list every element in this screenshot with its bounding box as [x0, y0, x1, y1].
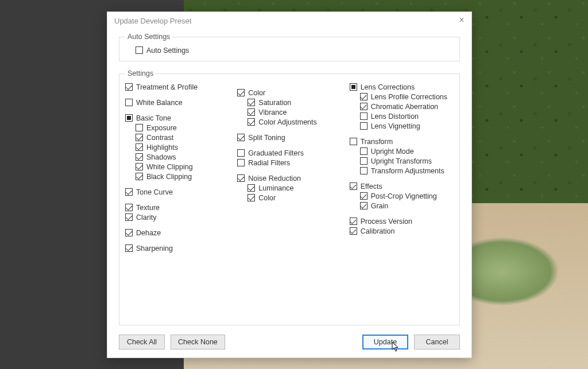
checkbox-label: Tone Curve — [136, 188, 173, 196]
checkbox-icon — [350, 227, 357, 235]
grain-checkbox[interactable]: Grain — [350, 201, 454, 211]
radial-filters-checkbox[interactable]: Radial Filters — [237, 158, 341, 168]
checkbox-label: Contrast — [146, 134, 173, 142]
transform-checkbox[interactable]: Transform — [350, 137, 454, 146]
checkbox-label: Black Clipping — [146, 173, 192, 181]
texture-checkbox[interactable]: Texture — [125, 203, 229, 212]
exposure-checkbox[interactable]: Exposure — [125, 123, 229, 133]
checkbox-mixed-icon — [350, 83, 357, 91]
checkbox-icon — [360, 192, 368, 200]
checkbox-icon — [136, 134, 143, 141]
shadows-checkbox[interactable]: Shadows — [125, 152, 229, 162]
transform-adjustments-checkbox[interactable]: Transform Adjustments — [350, 166, 454, 176]
checkbox-label: Treatment & Profile — [136, 83, 198, 91]
cancel-button[interactable]: Cancel — [414, 335, 460, 349]
settings-group: Settings Treatment & Profile White Balan… — [119, 69, 460, 325]
settings-col-3: Lens Corrections Lens Profile Correction… — [350, 82, 454, 253]
checkbox-label: Luminance — [258, 184, 293, 192]
process-version-checkbox[interactable]: Process Version — [350, 216, 454, 226]
saturation-checkbox[interactable]: Saturation — [237, 98, 341, 107]
checkbox-icon — [125, 229, 133, 236]
treatment-profile-checkbox[interactable]: Treatment & Profile — [125, 82, 229, 92]
checkbox-icon — [360, 112, 368, 120]
checkbox-label: Transform Adjustments — [371, 167, 444, 175]
checkbox-icon — [247, 99, 255, 106]
checkbox-label: Radial Filters — [248, 159, 290, 167]
checkbox-label: Effects — [361, 182, 382, 191]
highlights-checkbox[interactable]: Highlights — [125, 142, 229, 152]
black-clipping-checkbox[interactable]: Black Clipping — [125, 172, 229, 181]
checkbox-icon — [360, 93, 368, 100]
post-crop-vignetting-checkbox[interactable]: Post-Crop Vignetting — [350, 191, 454, 201]
checkbox-icon — [247, 184, 255, 192]
checkbox-label: Lens Profile Corrections — [371, 93, 447, 101]
white-balance-checkbox[interactable]: White Balance — [125, 98, 229, 107]
checkbox-icon — [136, 173, 143, 180]
checkbox-label: Chromatic Aberration — [371, 103, 438, 111]
luminance-checkbox[interactable]: Luminance — [237, 183, 341, 193]
graduated-filters-checkbox[interactable]: Graduated Filters — [237, 148, 341, 158]
lens-corrections-checkbox[interactable]: Lens Corrections — [350, 82, 454, 92]
calibration-checkbox[interactable]: Calibration — [350, 226, 454, 236]
check-all-button[interactable]: Check All — [119, 335, 165, 349]
upright-mode-checkbox[interactable]: Upright Mode — [350, 146, 454, 156]
checkbox-label: Sharpening — [136, 244, 173, 253]
basic-tone-checkbox[interactable]: Basic Tone — [125, 113, 229, 123]
checkbox-icon — [360, 157, 368, 165]
checkbox-label: Upright Mode — [371, 147, 414, 156]
checkbox-label: Lens Corrections — [361, 83, 415, 91]
chromatic-aberration-checkbox[interactable]: Chromatic Aberration — [350, 102, 454, 111]
effects-checkbox[interactable]: Effects — [350, 181, 454, 191]
tone-curve-checkbox[interactable]: Tone Curve — [125, 187, 229, 197]
checkbox-label: Color — [248, 89, 265, 97]
color-adjustments-checkbox[interactable]: Color Adjustments — [237, 117, 341, 127]
checkbox-label: Texture — [136, 204, 160, 212]
sharpening-checkbox[interactable]: Sharpening — [125, 243, 229, 253]
upright-transforms-checkbox[interactable]: Upright Transforms — [350, 156, 454, 166]
lens-vignetting-checkbox[interactable]: Lens Vignetting — [350, 121, 454, 131]
contrast-checkbox[interactable]: Contrast — [125, 133, 229, 142]
white-clipping-checkbox[interactable]: White Clipping — [125, 162, 229, 172]
nr-color-checkbox[interactable]: Color — [237, 193, 341, 203]
checkbox-icon — [237, 174, 245, 182]
close-icon[interactable]: × — [457, 15, 467, 26]
vibrance-checkbox[interactable]: Vibrance — [237, 107, 341, 117]
checkbox-icon — [136, 153, 143, 161]
color-checkbox[interactable]: Color — [237, 88, 341, 98]
checkbox-icon — [136, 46, 143, 54]
update-button[interactable]: Update — [362, 335, 408, 349]
checkbox-label: Split Toning — [248, 134, 285, 142]
dehaze-checkbox[interactable]: Dehaze — [125, 228, 229, 238]
checkbox-label: Basic Tone — [136, 114, 171, 122]
checkbox-icon — [125, 188, 133, 196]
checkbox-icon — [125, 83, 133, 91]
update-preset-dialog: Update Develop Preset × Auto Settings Au… — [107, 11, 472, 358]
checkbox-label: Post-Crop Vignetting — [371, 192, 437, 200]
settings-col-2: Color Saturation Vibrance Color Adjustme… — [237, 82, 341, 253]
checkbox-icon — [247, 194, 255, 201]
checkbox-icon — [360, 147, 368, 155]
checkbox-icon — [136, 124, 143, 131]
checkbox-icon — [360, 167, 368, 174]
noise-reduction-checkbox[interactable]: Noise Reduction — [237, 173, 341, 183]
auto-settings-legend: Auto Settings — [125, 33, 172, 41]
checkbox-icon — [360, 103, 368, 110]
check-none-button[interactable]: Check None — [171, 335, 225, 349]
checkbox-label: Grain — [371, 202, 389, 210]
checkbox-icon — [125, 99, 133, 106]
checkbox-icon — [125, 213, 133, 221]
checkbox-label: Lens Distortion — [371, 112, 419, 121]
checkbox-icon — [247, 108, 255, 116]
lens-profile-corrections-checkbox[interactable]: Lens Profile Corrections — [350, 92, 454, 102]
checkbox-icon — [237, 149, 245, 157]
lens-distortion-checkbox[interactable]: Lens Distortion — [350, 111, 454, 121]
checkbox-label: Highlights — [146, 143, 178, 152]
checkbox-label: Exposure — [146, 124, 177, 132]
checkbox-icon — [360, 122, 368, 130]
auto-settings-checkbox[interactable]: Auto Settings — [125, 45, 454, 55]
checkbox-icon — [247, 118, 255, 126]
clarity-checkbox[interactable]: Clarity — [125, 212, 229, 222]
split-toning-checkbox[interactable]: Split Toning — [237, 133, 341, 142]
checkbox-label: Calibration — [361, 227, 395, 235]
dialog-title: Update Develop Preset — [114, 17, 191, 25]
